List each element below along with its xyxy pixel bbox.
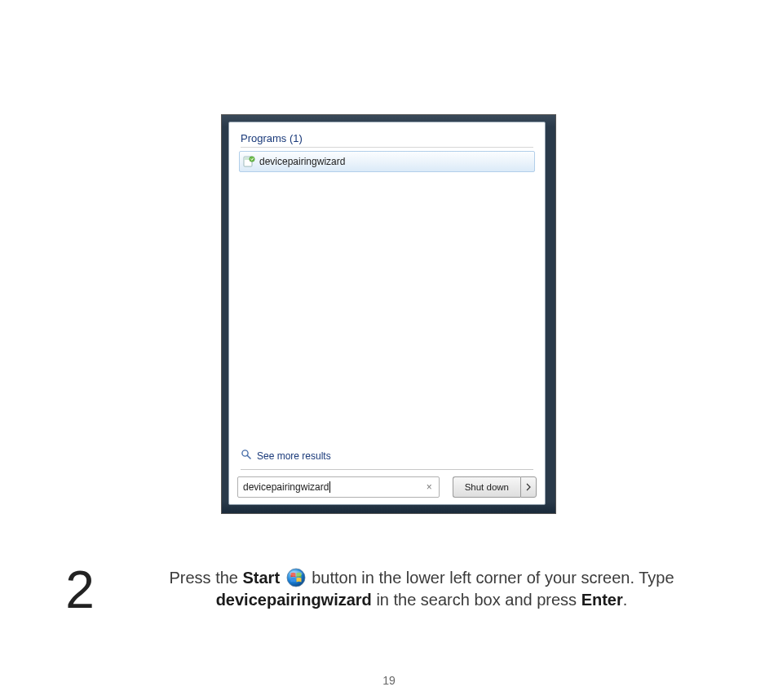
programs-section-header: Programs (1) (241, 132, 533, 144)
svg-point-6 (290, 571, 303, 577)
start-menu-bottom-row: devicepairingwizard × Shut down (236, 476, 538, 498)
results-blank-area (236, 172, 538, 445)
see-more-results-link[interactable]: See more results (241, 449, 533, 463)
svg-point-2 (250, 157, 254, 162)
see-more-label: See more results (257, 450, 331, 462)
search-result-devicepairingwizard[interactable]: devicepairingwizard (239, 151, 535, 172)
shutdown-button[interactable]: Shut down (453, 476, 520, 498)
windows-start-orb-icon (286, 568, 306, 587)
shutdown-menu-arrow[interactable] (520, 476, 537, 498)
shutdown-button-group: Shut down (453, 476, 537, 498)
magnifier-icon (241, 449, 252, 463)
clear-search-icon[interactable]: × (425, 481, 434, 493)
header-divider (241, 147, 533, 148)
shutdown-label: Shut down (465, 482, 509, 492)
instruction-text: Press the Start (122, 567, 721, 611)
search-result-label: devicepairingwizard (259, 156, 345, 167)
start-menu-panel: Programs (1) devicepairingwizard (228, 122, 546, 505)
page-number: 19 (0, 674, 778, 687)
instruction-step: 2 Press the Start (57, 567, 721, 614)
start-menu-screenshot: Programs (1) devicepairingwizard (221, 114, 556, 514)
bottom-divider (241, 469, 533, 470)
search-input[interactable]: devicepairingwizard × (237, 476, 440, 498)
chevron-right-icon (526, 483, 531, 491)
svg-line-4 (247, 455, 250, 459)
search-input-value: devicepairingwizard (243, 481, 425, 494)
wizard-app-icon (243, 155, 256, 168)
step-number: 2 (57, 567, 103, 614)
